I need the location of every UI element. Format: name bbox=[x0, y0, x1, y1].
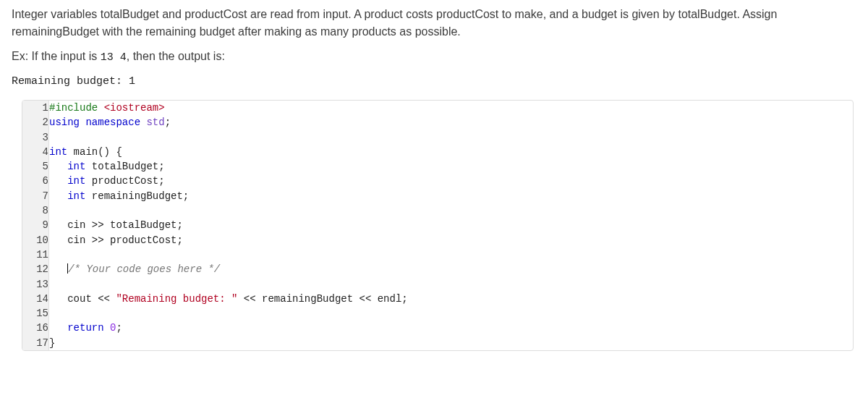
line-content[interactable]: using namespace std; bbox=[49, 115, 854, 130]
line-number: 5 bbox=[22, 159, 49, 174]
line-number: 9 bbox=[22, 218, 49, 232]
line-number: 8 bbox=[22, 203, 49, 218]
code-line[interactable]: 8 bbox=[22, 203, 853, 218]
line-content[interactable]: #include <iostream> bbox=[49, 101, 854, 115]
code-token: main bbox=[74, 146, 98, 158]
line-number: 2 bbox=[22, 115, 49, 130]
line-content[interactable]: cin >> totalBudget; bbox=[49, 218, 854, 232]
code-token bbox=[49, 322, 67, 334]
example-input: 13 4 bbox=[101, 51, 127, 64]
code-token: int bbox=[67, 161, 92, 172]
line-content[interactable]: int remainingBudget; bbox=[49, 189, 854, 203]
code-token: "Remaining budget: " bbox=[116, 293, 237, 305]
code-line[interactable]: 5 int totalBudget; bbox=[22, 159, 853, 174]
code-token: productCost; bbox=[92, 175, 165, 187]
line-content[interactable]: return 0; bbox=[49, 321, 854, 335]
code-line[interactable]: 17} bbox=[22, 336, 853, 350]
code-line[interactable]: 2using namespace std; bbox=[22, 115, 853, 130]
code-token: using bbox=[49, 117, 85, 128]
line-content[interactable]: int totalBudget; bbox=[49, 159, 854, 174]
code-line[interactable]: 15 bbox=[22, 306, 853, 321]
code-line[interactable]: 11 bbox=[22, 247, 853, 262]
code-line[interactable]: 6 int productCost; bbox=[22, 174, 853, 188]
line-number: 15 bbox=[22, 306, 49, 321]
line-number: 14 bbox=[22, 292, 49, 306]
line-content[interactable]: cin >> productCost; bbox=[49, 233, 854, 247]
code-token: () { bbox=[98, 146, 122, 158]
code-table: 1#include <iostream>2using namespace std… bbox=[22, 101, 853, 350]
line-number: 4 bbox=[22, 145, 49, 159]
line-content[interactable]: int productCost; bbox=[49, 174, 854, 188]
code-token: return bbox=[67, 322, 110, 334]
line-content[interactable] bbox=[49, 277, 854, 292]
line-content[interactable]: int main() { bbox=[49, 145, 854, 159]
line-number: 3 bbox=[22, 130, 49, 145]
code-line[interactable]: 16 return 0; bbox=[22, 321, 853, 335]
code-token: namespace bbox=[85, 117, 146, 128]
line-number: 11 bbox=[22, 247, 49, 262]
code-editor[interactable]: 1#include <iostream>2using namespace std… bbox=[22, 100, 854, 351]
code-token: int bbox=[67, 175, 92, 187]
line-content[interactable] bbox=[49, 130, 854, 145]
code-token: ; bbox=[165, 117, 171, 128]
code-token: std bbox=[146, 117, 164, 128]
line-number: 16 bbox=[22, 321, 49, 335]
line-number: 12 bbox=[22, 262, 49, 276]
example-text-a: Ex: If the input is bbox=[12, 50, 101, 62]
example-intro: Ex: If the input is 13 4, then the outpu… bbox=[12, 48, 856, 67]
code-line[interactable]: 1#include <iostream> bbox=[22, 101, 853, 115]
code-token: ; bbox=[116, 322, 122, 334]
line-number: 13 bbox=[22, 277, 49, 292]
code-line[interactable]: 10 cin >> productCost; bbox=[22, 233, 853, 247]
code-token: cout << bbox=[49, 293, 116, 305]
line-number: 10 bbox=[22, 233, 49, 247]
line-number: 17 bbox=[22, 336, 49, 350]
line-content[interactable] bbox=[49, 306, 854, 321]
code-token: #include bbox=[49, 102, 104, 114]
code-line[interactable]: 13 bbox=[22, 277, 853, 292]
line-content[interactable]: /* Your code goes here */ bbox=[49, 262, 854, 276]
example-text-b: , then the output is: bbox=[127, 50, 225, 62]
code-token: remainingBudget; bbox=[92, 190, 189, 202]
code-token bbox=[49, 161, 67, 172]
line-content[interactable] bbox=[49, 247, 854, 262]
code-token: totalBudget; bbox=[92, 161, 165, 172]
code-token: } bbox=[49, 337, 55, 349]
code-token: <iostream> bbox=[104, 102, 165, 114]
code-token: int bbox=[49, 146, 74, 158]
code-token bbox=[49, 190, 67, 202]
code-token: int bbox=[67, 190, 92, 202]
code-token bbox=[49, 263, 67, 275]
code-line[interactable]: 9 cin >> totalBudget; bbox=[22, 218, 853, 232]
code-token: cin >> totalBudget; bbox=[49, 219, 183, 231]
line-content[interactable] bbox=[49, 203, 854, 218]
code-line[interactable]: 14 cout << "Remaining budget: " << remai… bbox=[22, 292, 853, 306]
code-line[interactable]: 7 int remainingBudget; bbox=[22, 189, 853, 203]
line-content[interactable]: } bbox=[49, 336, 854, 350]
line-number: 6 bbox=[22, 174, 49, 188]
problem-statement: Integer variables totalBudget and produc… bbox=[12, 6, 856, 41]
code-line[interactable]: 4int main() { bbox=[22, 145, 853, 159]
code-line[interactable]: 3 bbox=[22, 130, 853, 145]
code-token bbox=[49, 175, 67, 187]
code-token: /* Your code goes here */ bbox=[68, 263, 220, 275]
code-token: cin >> productCost; bbox=[49, 234, 183, 246]
line-content[interactable]: cout << "Remaining budget: " << remainin… bbox=[49, 292, 854, 306]
example-output: Remaining budget: 1 bbox=[12, 74, 856, 90]
code-line[interactable]: 12 /* Your code goes here */ bbox=[22, 262, 853, 276]
line-number: 1 bbox=[22, 101, 49, 115]
code-token: << remainingBudget << endl; bbox=[237, 293, 407, 305]
line-number: 7 bbox=[22, 189, 49, 203]
